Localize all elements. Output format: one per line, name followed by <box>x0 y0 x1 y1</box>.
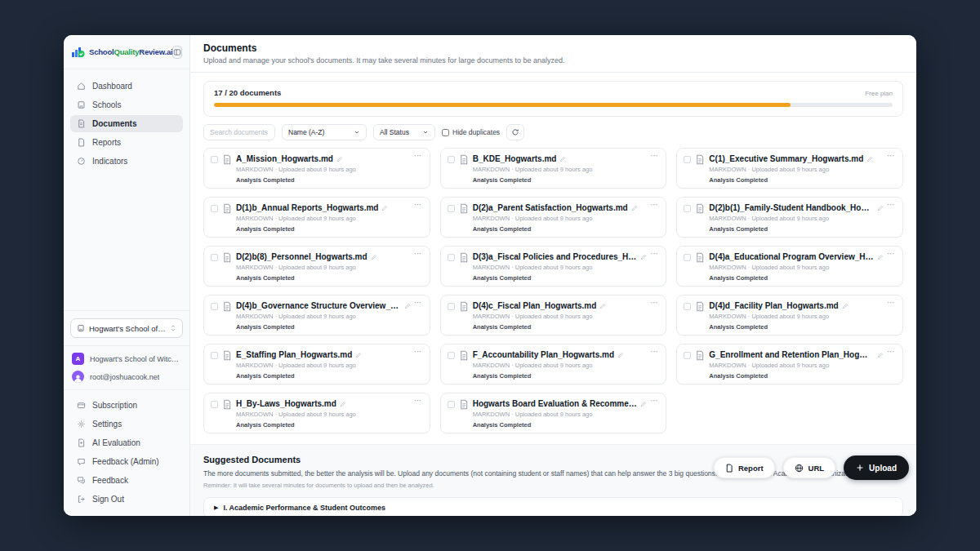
card-menu-icon[interactable]: ⋯ <box>887 151 896 160</box>
edit-pencil-icon[interactable] <box>381 205 388 211</box>
card-menu-icon[interactable]: ⋯ <box>650 200 659 209</box>
status-select[interactable]: All Status <box>373 124 435 140</box>
card-menu-icon[interactable]: ⋯ <box>414 249 423 258</box>
edit-pencil-icon[interactable] <box>877 254 884 260</box>
file-icon <box>222 350 232 384</box>
document-checkbox[interactable] <box>448 254 455 261</box>
report-button[interactable]: Report <box>714 457 775 478</box>
card-menu-icon[interactable]: ⋯ <box>887 249 896 258</box>
document-card[interactable]: D(2)b(1)_Family-Student Handbook_Hogwa..… <box>676 197 903 238</box>
document-checkbox[interactable] <box>211 352 218 359</box>
document-card[interactable]: A_Mission_Hogwarts.md MARKDOWN · Uploade… <box>203 148 430 189</box>
edit-pencil-icon[interactable] <box>599 303 606 309</box>
document-card[interactable]: D(2)a_Parent Satisfaction_Hogwarts.md MA… <box>440 197 667 238</box>
card-menu-icon[interactable]: ⋯ <box>887 347 896 356</box>
document-checkbox[interactable] <box>211 401 218 408</box>
document-card[interactable]: B_KDE_Hogwarts.md MARKDOWN · Uploaded ab… <box>440 148 667 189</box>
document-card[interactable]: C(1)_Executive Summary_Hogwarts.md MARKD… <box>676 148 903 189</box>
sidebar-item-label: Sign Out <box>92 495 124 504</box>
card-menu-icon[interactable]: ⋯ <box>414 298 423 307</box>
document-card[interactable]: D(4)a_Educational Program Overview_Hog..… <box>676 246 903 287</box>
document-checkbox[interactable] <box>211 205 218 212</box>
document-card[interactable]: D(4)c_Fiscal Plan_Hogwarts.md MARKDOWN ·… <box>440 295 667 335</box>
document-checkbox[interactable] <box>684 303 691 310</box>
edit-pencil-icon[interactable] <box>640 401 647 407</box>
sidebar-item-schools[interactable]: Schools <box>70 96 183 113</box>
edit-pencil-icon[interactable] <box>340 401 346 407</box>
school-selector-value: Hogwart's School of Wit... <box>89 324 166 333</box>
sidebar-item-reports[interactable]: Reports <box>70 134 183 151</box>
refresh-button[interactable] <box>506 124 524 140</box>
card-menu-icon[interactable]: ⋯ <box>650 347 659 356</box>
document-checkbox[interactable] <box>448 352 455 359</box>
card-menu-icon[interactable]: ⋯ <box>887 298 896 307</box>
card-menu-icon[interactable]: ⋯ <box>887 200 896 209</box>
card-menu-icon[interactable]: ⋯ <box>650 396 659 405</box>
card-menu-icon[interactable]: ⋯ <box>414 347 423 356</box>
card-menu-icon[interactable]: ⋯ <box>414 200 423 209</box>
edit-pencil-icon[interactable] <box>559 156 566 162</box>
school-selector[interactable]: Hogwart's School of Wit... <box>70 318 183 338</box>
sidebar-item-sign-out[interactable]: Sign Out <box>70 491 183 508</box>
document-card[interactable]: D(2)b(8)_Personnel_Hogwarts.md MARKDOWN … <box>203 246 430 287</box>
document-checkbox[interactable] <box>684 254 691 261</box>
sidebar-item-feedback[interactable]: Feedback <box>70 472 183 489</box>
document-checkbox[interactable] <box>211 303 218 310</box>
user-row[interactable]: root@joshuacook.net <box>72 371 181 383</box>
document-title: C(1)_Executive Summary_Hogwarts.md <box>709 154 863 163</box>
card-menu-icon[interactable]: ⋯ <box>414 151 423 160</box>
card-menu-icon[interactable]: ⋯ <box>414 396 423 405</box>
edit-pencil-icon[interactable] <box>842 303 849 309</box>
sidebar-item-indicators[interactable]: Indicators <box>70 153 183 170</box>
edit-pencil-icon[interactable] <box>640 254 647 260</box>
edit-pencil-icon[interactable] <box>877 205 884 211</box>
sidebar-item-subscription[interactable]: Subscription <box>70 397 183 414</box>
upload-button[interactable]: Upload <box>844 455 909 480</box>
edit-pencil-icon[interactable] <box>877 352 884 358</box>
edit-pencil-icon[interactable] <box>336 156 343 162</box>
accordion-academic-performance[interactable]: ▶ I. Academic Performance & Student Outc… <box>203 497 903 516</box>
home-icon <box>77 82 86 91</box>
document-card[interactable]: F_Accountability Plan_Hogwarts.md MARKDO… <box>440 344 667 384</box>
edit-pencil-icon[interactable] <box>866 156 873 162</box>
sidebar-item-feedback-admin[interactable]: Feedback (Admin) <box>70 453 183 470</box>
org-row[interactable]: A Hogwart's School of Witchcraft a... <box>72 353 181 365</box>
search-input[interactable] <box>203 124 275 140</box>
document-checkbox[interactable] <box>448 156 455 163</box>
document-card[interactable]: H_By-Laws_Hogwarts.md MARKDOWN · Uploade… <box>203 393 430 433</box>
card-menu-icon[interactable]: ⋯ <box>650 249 659 258</box>
document-card[interactable]: E_Staffing Plan_Hogwarts.md MARKDOWN · U… <box>203 344 430 384</box>
document-checkbox[interactable] <box>448 401 455 408</box>
document-checkbox[interactable] <box>448 205 455 212</box>
document-checkbox[interactable] <box>448 303 455 310</box>
document-card[interactable]: G_Enrollment and Retention Plan_Hogwarts… <box>676 344 903 384</box>
card-menu-icon[interactable]: ⋯ <box>650 151 659 160</box>
document-status: Analysis Completed <box>473 421 659 429</box>
document-checkbox[interactable] <box>211 254 218 261</box>
sidebar-item-dashboard[interactable]: Dashboard <box>70 78 183 95</box>
url-button[interactable]: URL <box>783 457 836 478</box>
document-card[interactable]: D(4)b_Governance Structure Overview_Hog.… <box>203 295 430 335</box>
document-card[interactable]: Hogwarts Board Evaluation & Recommendat.… <box>440 393 667 433</box>
document-title: D(1)b_Annual Reports_Hogwarts.md <box>236 203 378 212</box>
hide-duplicates-toggle[interactable]: Hide duplicates <box>442 128 500 136</box>
document-card[interactable]: D(1)b_Annual Reports_Hogwarts.md MARKDOW… <box>203 197 430 238</box>
edit-pencil-icon[interactable] <box>355 352 362 358</box>
document-checkbox[interactable] <box>684 156 691 163</box>
card-menu-icon[interactable]: ⋯ <box>650 298 659 307</box>
edit-pencil-icon[interactable] <box>617 352 624 358</box>
sidebar-item-ai-evaluation[interactable]: AI Evaluation <box>70 434 183 451</box>
document-checkbox[interactable] <box>211 156 218 163</box>
edit-pencil-icon[interactable] <box>371 254 377 260</box>
edit-pencil-icon[interactable] <box>631 205 638 211</box>
sidebar-item-documents[interactable]: Documents <box>70 115 183 132</box>
document-checkbox[interactable] <box>684 352 691 359</box>
sort-select[interactable]: Name (A-Z) <box>282 124 367 140</box>
document-card[interactable]: D(3)a_Fiscal Policies and Procedures_Hog… <box>440 246 667 287</box>
document-card[interactable]: D(4)d_Facility Plan_Hogwarts.md MARKDOWN… <box>676 295 903 335</box>
document-checkbox[interactable] <box>684 205 691 212</box>
hide-duplicates-checkbox[interactable] <box>442 129 449 136</box>
sidebar-collapse-icon[interactable] <box>172 46 182 59</box>
edit-pencil-icon[interactable] <box>404 303 411 309</box>
sidebar-item-settings[interactable]: Settings <box>70 415 183 433</box>
